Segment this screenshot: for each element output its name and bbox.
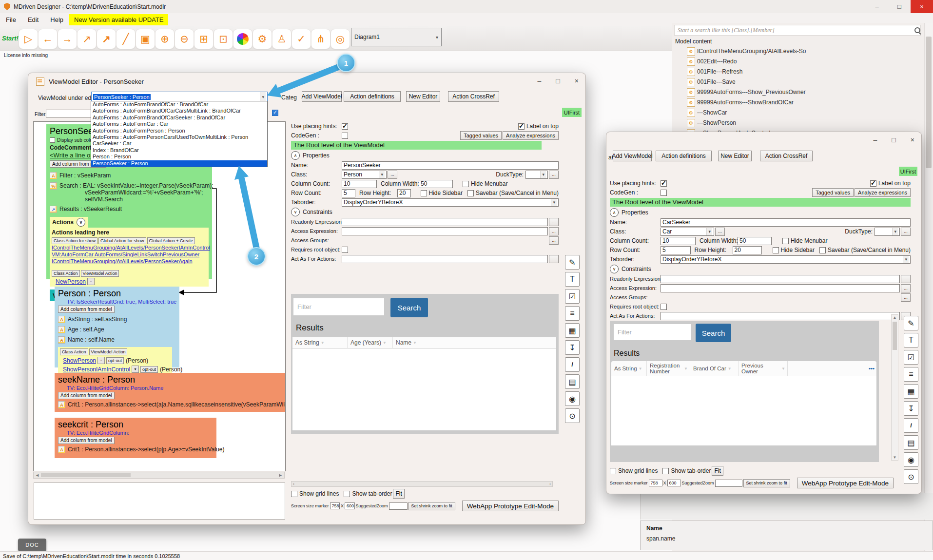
- action-link[interactable]: IControlTheMenuGrouping/AtAllLevels/Pers…: [52, 258, 207, 265]
- set-shrink-zoom-button[interactable]: Set shrink zoom to fit: [408, 502, 455, 510]
- analyze-expressions-button[interactable]: Analyze expressions: [503, 131, 559, 140]
- collapse-properties-button[interactable]: ∧: [610, 208, 619, 217]
- ducktype-select[interactable]: ▾: [525, 171, 548, 179]
- column-count-field[interactable]: 10: [661, 237, 696, 245]
- column-width-field[interactable]: 50: [419, 180, 453, 188]
- webapp-prototype-button[interactable]: WebApp Prototype Edit-Mode: [797, 478, 894, 488]
- column-header[interactable]: As String▼: [611, 361, 647, 376]
- screen-height-field[interactable]: 600: [345, 502, 355, 509]
- show-person-in-control-link[interactable]: ShowPersonIAmInControl: [63, 366, 130, 373]
- new-editor-button[interactable]: New Editor: [718, 151, 752, 161]
- label-on-top-checkbox[interactable]: [518, 123, 525, 130]
- maximize-button[interactable]: □: [892, 136, 895, 144]
- class-picker-button[interactable]: ...: [715, 228, 725, 236]
- age-column[interactable]: Age : self.Age: [68, 326, 104, 333]
- codegen-checkbox[interactable]: [661, 190, 667, 196]
- preview-search-button[interactable]: Search: [696, 324, 731, 342]
- class-select[interactable]: Car▾: [661, 228, 714, 236]
- side-icon-checkbox[interactable]: ☑: [565, 289, 580, 304]
- canvas-doc-strip[interactable]: [34, 483, 285, 520]
- class-action-button[interactable]: Class Action: [60, 348, 88, 355]
- column-header[interactable]: Registration Number▼: [647, 361, 690, 376]
- savebar-checkbox[interactable]: [819, 247, 826, 253]
- suggested-zoom-field[interactable]: [715, 480, 742, 487]
- hide-menubar-checkbox[interactable]: [463, 181, 469, 187]
- add-column-button[interactable]: Add column from model: [58, 306, 115, 313]
- column-count-field[interactable]: 10: [342, 180, 377, 188]
- close-button[interactable]: ×: [911, 136, 914, 144]
- color-wheel-button[interactable]: [233, 29, 253, 49]
- readonly-expression-picker[interactable]: ...: [901, 275, 911, 283]
- action-options-icon[interactable]: ▫: [87, 278, 95, 285]
- tagged-values-button[interactable]: Tagged values: [460, 131, 502, 140]
- side-icon-info[interactable]: i: [565, 357, 580, 372]
- opt-out-button[interactable]: opt-out: [106, 357, 124, 364]
- access-expression-picker[interactable]: ...: [549, 227, 559, 235]
- viewmodel-canvas[interactable]: PersonSeeker Display sub colum CodeComme…: [33, 121, 286, 471]
- window-titlebar[interactable]: ViewModel Editor - PersonSeeker: [28, 73, 585, 90]
- actions-expand-button[interactable]: ∨: [77, 218, 85, 227]
- close-button[interactable]: ×: [575, 77, 579, 85]
- row-height-field[interactable]: 20: [397, 189, 410, 197]
- requires-root-checkbox[interactable]: [342, 247, 348, 253]
- access-button[interactable]: ♙: [272, 29, 292, 49]
- scroll-left-icon[interactable]: ‹: [293, 482, 294, 486]
- right-scrollbar[interactable]: [924, 23, 933, 551]
- side-icon-picture[interactable]: ▤: [565, 374, 580, 389]
- action-link[interactable]: VM:AutoFormCar AutoForms/SingleLinkSwitc…: [52, 251, 207, 258]
- class-action-button[interactable]: Class Action: [52, 270, 80, 277]
- person-grid-box[interactable]: Person : Person TV: IsSeekerResultGrid: …: [55, 287, 179, 367]
- app-maximize-button[interactable]: □: [888, 0, 911, 13]
- new-person-action-link[interactable]: NewPerson: [56, 278, 86, 285]
- preview-scrollbar[interactable]: ▲ ▼: [891, 314, 898, 461]
- opt-out-button[interactable]: opt-out: [140, 366, 158, 373]
- class-action-for-show-button[interactable]: Class Action for show: [52, 237, 97, 244]
- model-search-input[interactable]: [674, 25, 921, 36]
- action-definitions-button[interactable]: Action definitions: [656, 151, 712, 161]
- settings-button[interactable]: ⚙: [253, 29, 272, 49]
- hierarchy-button[interactable]: ⋔: [311, 29, 330, 49]
- taborder-select[interactable]: DisplayOrderYBeforeX▾: [661, 255, 911, 264]
- global-action-for-show-button[interactable]: Global Action for show: [98, 237, 146, 244]
- side-icon-camera[interactable]: ⊙: [904, 469, 918, 484]
- suggested-zoom-field[interactable]: [389, 502, 408, 510]
- webapp-prototype-button[interactable]: WebApp Prototype Edit-Mode: [462, 501, 559, 511]
- side-icon-edit[interactable]: ✎: [904, 316, 918, 330]
- column-header[interactable]: Name▼: [393, 337, 556, 348]
- hide-sidebar-checkbox[interactable]: [773, 247, 779, 253]
- model-item[interactable]: ⚙IControlTheMenuGrouping/AtAllLevels-So: [687, 46, 806, 56]
- expand-constraints-button[interactable]: ∨: [291, 208, 300, 216]
- seekname-crit-column[interactable]: Crit1 : Person.allinstances->select(a|a.…: [68, 401, 286, 408]
- access-groups-picker[interactable]: ...: [549, 236, 559, 245]
- collapse-properties-button[interactable]: ∧: [291, 151, 300, 160]
- dropdown-item[interactable]: CarSeeker : Car: [91, 140, 267, 147]
- autoform-button[interactable]: ◎: [330, 29, 350, 49]
- menu-update-banner[interactable]: New Version available UPDATE: [69, 14, 168, 25]
- readonly-expression-field[interactable]: [342, 218, 548, 226]
- show-tab-order-checkbox[interactable]: [344, 491, 350, 497]
- properties-hscrollbar[interactable]: ‹ ›: [291, 481, 553, 487]
- model-item[interactable]: ⚙99999AutoForms---Show_PreviousOwner: [687, 87, 806, 97]
- more-columns-button[interactable]: •••: [788, 361, 876, 376]
- side-icon-insert[interactable]: ↧: [904, 401, 918, 416]
- zoom-out-button[interactable]: ⊖: [175, 29, 194, 49]
- nav-back-button[interactable]: ←: [38, 29, 58, 49]
- side-icon-text[interactable]: T: [904, 333, 918, 348]
- new-form-button[interactable]: ⊞: [194, 29, 214, 49]
- menu-edit[interactable]: Edit: [22, 14, 44, 25]
- scroll-right-icon[interactable]: ›: [549, 482, 551, 486]
- scroll-up-icon[interactable]: ▲: [892, 315, 898, 320]
- ducktype-picker-button[interactable]: ...: [901, 228, 911, 236]
- side-icon-info[interactable]: i: [904, 418, 918, 433]
- asstring-column[interactable]: AsString : self.asString: [68, 316, 127, 323]
- fit-button[interactable]: Fit: [712, 466, 723, 476]
- start-label[interactable]: Start!: [2, 35, 19, 42]
- add-column-button[interactable]: Add column from model: [58, 437, 115, 444]
- scrollbar-thumb[interactable]: [926, 37, 932, 168]
- name-column[interactable]: Name : self.Name: [68, 336, 115, 343]
- column-header[interactable]: Age (Years)▼: [348, 337, 393, 348]
- name-field[interactable]: CarSeeker: [661, 218, 911, 227]
- use-placing-hints-checkbox[interactable]: [661, 180, 667, 187]
- class-picker-button[interactable]: ...: [388, 171, 397, 179]
- zoom-in-button[interactable]: ⊕: [155, 29, 175, 49]
